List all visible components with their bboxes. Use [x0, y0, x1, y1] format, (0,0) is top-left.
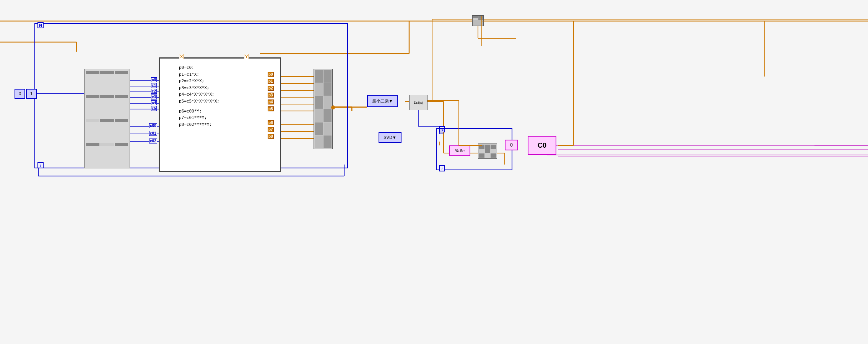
port-p4-out: p4 — [268, 99, 274, 104]
math-function-icon: Σaᵢf(x) — [409, 95, 427, 110]
port-c0: c0 — [151, 77, 157, 82]
port-p7-out: p7 — [268, 127, 274, 132]
build-array-block — [314, 69, 333, 149]
canvas: N i 0 1 c0 c1 c2 c3 c4 c5 c00 — [0, 0, 868, 344]
x-label: X — [179, 54, 184, 59]
port-p2-out: p2 — [268, 86, 274, 91]
port-p0-out: p0 — [268, 72, 274, 77]
port-p6-out: p6 — [268, 120, 274, 125]
co-label-block[interactable]: C0 — [528, 136, 556, 155]
port-p5-out: p5 — [268, 106, 274, 111]
array-indicator-top-right — [472, 15, 484, 26]
port-c00: c00 — [149, 123, 157, 128]
port-p1-out: p1 — [268, 79, 274, 84]
orange-junction-node — [331, 106, 335, 109]
n-terminal-top: N — [37, 22, 44, 28]
port-p3-out: p3 — [268, 93, 274, 98]
format-block[interactable]: %.6e — [449, 145, 470, 156]
num0-block[interactable]: 0 — [15, 89, 25, 99]
port-c4: c4 — [151, 100, 157, 105]
zero-output-block[interactable]: 0 — [505, 140, 518, 150]
port-c01: c01 — [149, 131, 157, 136]
port-c2: c2 — [151, 89, 157, 94]
string-to-spreadsheet-icon — [478, 143, 497, 159]
port-p8-out: p8 — [268, 134, 274, 139]
i-terminal-right: i — [439, 165, 445, 171]
port-c3: c3 — [151, 95, 157, 99]
port-c1: c1 — [151, 83, 157, 88]
loop-border-right — [436, 128, 512, 170]
port-c5: c5 — [151, 106, 157, 111]
formula-text: p0=c0; p1=c1*X; p2=c2*X*X; p3=c3*X*X*X; … — [179, 64, 219, 128]
formula-block: X Y p0=c0; p1=c1*X; p2=c2*X*X; p3=c3*X*X… — [159, 57, 281, 172]
i-terminal-bottom: i — [37, 162, 44, 168]
port-c02: c02 — [149, 139, 157, 143]
y-label: Y — [244, 54, 249, 59]
num1-block[interactable]: 1 — [26, 89, 37, 99]
svd-button[interactable]: SVD▼ — [379, 132, 401, 143]
least-squares-button[interactable]: 最小二乘▼ — [367, 95, 398, 107]
cluster-block — [84, 69, 130, 168]
